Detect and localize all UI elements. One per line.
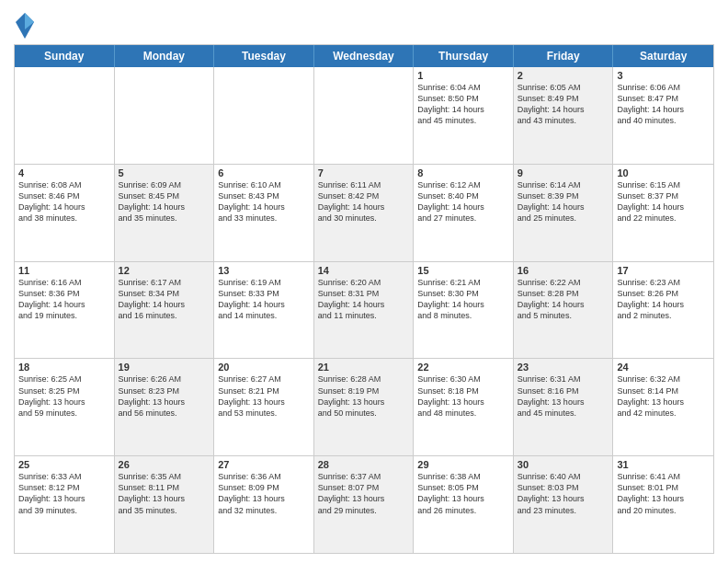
day-number: 3 xyxy=(617,70,710,81)
day-detail: Sunrise: 6:25 AM Sunset: 8:25 PM Dayligh… xyxy=(18,373,110,419)
logo-icon xyxy=(16,13,34,39)
calendar-cell-12: 12Sunrise: 6:17 AM Sunset: 8:34 PM Dayli… xyxy=(115,262,215,359)
header-cell-wednesday: Wednesday xyxy=(314,45,415,67)
calendar-cell-27: 27Sunrise: 6:36 AM Sunset: 8:09 PM Dayli… xyxy=(214,456,314,553)
calendar-cell-empty-0-2 xyxy=(214,67,314,164)
calendar-cell-17: 17Sunrise: 6:23 AM Sunset: 8:26 PM Dayli… xyxy=(613,262,713,359)
day-detail: Sunrise: 6:38 AM Sunset: 8:05 PM Dayligh… xyxy=(417,471,509,516)
calendar-cell-2: 2Sunrise: 6:05 AM Sunset: 8:49 PM Daylig… xyxy=(514,67,614,164)
day-number: 27 xyxy=(218,459,310,470)
page: SundayMondayTuesdayWednesdayThursdayFrid… xyxy=(0,0,728,563)
calendar-cell-24: 24Sunrise: 6:32 AM Sunset: 8:14 PM Dayli… xyxy=(613,359,713,455)
day-detail: Sunrise: 6:41 AM Sunset: 8:01 PM Dayligh… xyxy=(617,471,710,516)
calendar-cell-23: 23Sunrise: 6:31 AM Sunset: 8:16 PM Dayli… xyxy=(514,359,614,455)
day-number: 28 xyxy=(318,459,410,470)
calendar-row-2: 11Sunrise: 6:16 AM Sunset: 8:36 PM Dayli… xyxy=(15,262,713,360)
calendar-cell-22: 22Sunrise: 6:30 AM Sunset: 8:18 PM Dayli… xyxy=(414,359,514,455)
day-number: 11 xyxy=(18,265,110,276)
calendar-cell-14: 14Sunrise: 6:20 AM Sunset: 8:31 PM Dayli… xyxy=(314,262,415,359)
calendar-row-3: 18Sunrise: 6:25 AM Sunset: 8:25 PM Dayli… xyxy=(15,359,713,456)
header xyxy=(14,9,714,39)
header-cell-saturday: Saturday xyxy=(613,45,713,67)
day-detail: Sunrise: 6:35 AM Sunset: 8:11 PM Dayligh… xyxy=(119,471,210,516)
day-detail: Sunrise: 6:11 AM Sunset: 8:42 PM Dayligh… xyxy=(318,179,410,224)
calendar-cell-empty-0-1 xyxy=(115,67,215,164)
day-detail: Sunrise: 6:14 AM Sunset: 8:39 PM Dayligh… xyxy=(518,179,609,224)
calendar-cell-19: 19Sunrise: 6:26 AM Sunset: 8:23 PM Dayli… xyxy=(115,359,215,455)
calendar-body: 1Sunrise: 6:04 AM Sunset: 8:50 PM Daylig… xyxy=(15,67,713,553)
day-number: 5 xyxy=(119,167,210,178)
calendar-cell-21: 21Sunrise: 6:28 AM Sunset: 8:19 PM Dayli… xyxy=(314,359,415,455)
day-detail: Sunrise: 6:17 AM Sunset: 8:34 PM Dayligh… xyxy=(119,277,210,322)
day-number: 6 xyxy=(218,167,310,178)
day-detail: Sunrise: 6:40 AM Sunset: 8:03 PM Dayligh… xyxy=(518,471,609,516)
day-number: 17 xyxy=(617,265,710,276)
day-detail: Sunrise: 6:10 AM Sunset: 8:43 PM Dayligh… xyxy=(218,179,310,224)
calendar-cell-20: 20Sunrise: 6:27 AM Sunset: 8:21 PM Dayli… xyxy=(214,359,314,455)
header-cell-monday: Monday xyxy=(115,45,215,67)
day-detail: Sunrise: 6:16 AM Sunset: 8:36 PM Dayligh… xyxy=(18,277,110,322)
day-number: 15 xyxy=(417,265,509,276)
calendar-cell-empty-0-0 xyxy=(15,67,115,164)
day-detail: Sunrise: 6:22 AM Sunset: 8:28 PM Dayligh… xyxy=(518,277,609,322)
day-number: 10 xyxy=(617,167,710,178)
day-number: 1 xyxy=(417,70,509,81)
day-detail: Sunrise: 6:33 AM Sunset: 8:12 PM Dayligh… xyxy=(18,471,110,516)
day-number: 14 xyxy=(318,265,410,276)
day-number: 30 xyxy=(518,459,609,470)
day-detail: Sunrise: 6:15 AM Sunset: 8:37 PM Dayligh… xyxy=(617,179,710,224)
day-number: 8 xyxy=(417,167,509,178)
day-detail: Sunrise: 6:26 AM Sunset: 8:23 PM Dayligh… xyxy=(119,373,210,419)
header-cell-sunday: Sunday xyxy=(15,45,115,67)
calendar-cell-26: 26Sunrise: 6:35 AM Sunset: 8:11 PM Dayli… xyxy=(115,456,215,553)
day-number: 18 xyxy=(18,362,110,373)
calendar-cell-28: 28Sunrise: 6:37 AM Sunset: 8:07 PM Dayli… xyxy=(314,456,415,553)
calendar-cell-11: 11Sunrise: 6:16 AM Sunset: 8:36 PM Dayli… xyxy=(15,262,115,359)
calendar-header-row: SundayMondayTuesdayWednesdayThursdayFrid… xyxy=(15,45,713,67)
day-detail: Sunrise: 6:08 AM Sunset: 8:46 PM Dayligh… xyxy=(18,179,110,224)
day-number: 21 xyxy=(318,362,410,373)
day-detail: Sunrise: 6:09 AM Sunset: 8:45 PM Dayligh… xyxy=(119,179,210,224)
day-number: 13 xyxy=(218,265,310,276)
day-detail: Sunrise: 6:04 AM Sunset: 8:50 PM Dayligh… xyxy=(417,82,509,127)
calendar-row-0: 1Sunrise: 6:04 AM Sunset: 8:50 PM Daylig… xyxy=(15,67,713,165)
calendar-cell-10: 10Sunrise: 6:15 AM Sunset: 8:37 PM Dayli… xyxy=(613,165,713,261)
day-detail: Sunrise: 6:20 AM Sunset: 8:31 PM Dayligh… xyxy=(318,277,410,322)
day-number: 25 xyxy=(18,459,110,470)
calendar-cell-empty-0-3 xyxy=(314,67,415,164)
day-number: 9 xyxy=(518,167,609,178)
header-cell-thursday: Thursday xyxy=(414,45,514,67)
calendar-cell-6: 6Sunrise: 6:10 AM Sunset: 8:43 PM Daylig… xyxy=(214,165,314,261)
day-detail: Sunrise: 6:12 AM Sunset: 8:40 PM Dayligh… xyxy=(417,179,509,224)
calendar-cell-29: 29Sunrise: 6:38 AM Sunset: 8:05 PM Dayli… xyxy=(414,456,514,553)
day-number: 4 xyxy=(18,167,110,178)
calendar-cell-25: 25Sunrise: 6:33 AM Sunset: 8:12 PM Dayli… xyxy=(15,456,115,553)
day-detail: Sunrise: 6:05 AM Sunset: 8:49 PM Dayligh… xyxy=(518,82,609,127)
day-number: 23 xyxy=(518,362,609,373)
calendar: SundayMondayTuesdayWednesdayThursdayFrid… xyxy=(14,44,714,554)
day-number: 19 xyxy=(119,362,210,373)
calendar-cell-8: 8Sunrise: 6:12 AM Sunset: 8:40 PM Daylig… xyxy=(414,165,514,261)
day-detail: Sunrise: 6:37 AM Sunset: 8:07 PM Dayligh… xyxy=(318,471,410,516)
day-number: 12 xyxy=(119,265,210,276)
day-number: 24 xyxy=(617,362,710,373)
calendar-cell-9: 9Sunrise: 6:14 AM Sunset: 8:39 PM Daylig… xyxy=(514,165,614,261)
day-number: 16 xyxy=(518,265,609,276)
calendar-cell-16: 16Sunrise: 6:22 AM Sunset: 8:28 PM Dayli… xyxy=(514,262,614,359)
calendar-cell-4: 4Sunrise: 6:08 AM Sunset: 8:46 PM Daylig… xyxy=(15,165,115,261)
calendar-cell-15: 15Sunrise: 6:21 AM Sunset: 8:30 PM Dayli… xyxy=(414,262,514,359)
calendar-cell-1: 1Sunrise: 6:04 AM Sunset: 8:50 PM Daylig… xyxy=(414,67,514,164)
calendar-cell-31: 31Sunrise: 6:41 AM Sunset: 8:01 PM Dayli… xyxy=(613,456,713,553)
calendar-cell-5: 5Sunrise: 6:09 AM Sunset: 8:45 PM Daylig… xyxy=(115,165,215,261)
day-detail: Sunrise: 6:32 AM Sunset: 8:14 PM Dayligh… xyxy=(617,373,710,419)
calendar-row-1: 4Sunrise: 6:08 AM Sunset: 8:46 PM Daylig… xyxy=(15,165,713,262)
day-detail: Sunrise: 6:06 AM Sunset: 8:47 PM Dayligh… xyxy=(617,82,710,127)
day-detail: Sunrise: 6:27 AM Sunset: 8:21 PM Dayligh… xyxy=(218,373,310,419)
day-detail: Sunrise: 6:30 AM Sunset: 8:18 PM Dayligh… xyxy=(417,373,509,419)
day-detail: Sunrise: 6:19 AM Sunset: 8:33 PM Dayligh… xyxy=(218,277,310,322)
header-cell-tuesday: Tuesday xyxy=(214,45,314,67)
day-number: 29 xyxy=(417,459,509,470)
day-detail: Sunrise: 6:36 AM Sunset: 8:09 PM Dayligh… xyxy=(218,471,310,516)
calendar-cell-13: 13Sunrise: 6:19 AM Sunset: 8:33 PM Dayli… xyxy=(214,262,314,359)
day-detail: Sunrise: 6:21 AM Sunset: 8:30 PM Dayligh… xyxy=(417,277,509,322)
